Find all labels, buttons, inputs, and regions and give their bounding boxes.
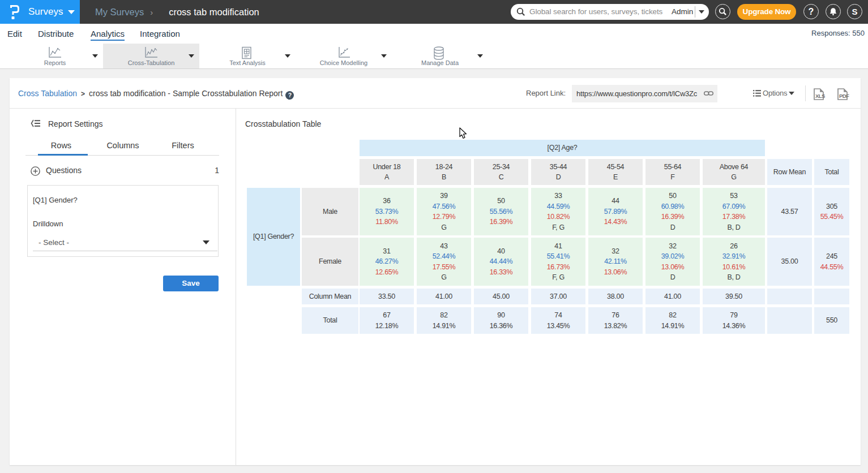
svg-text:XLS: XLS bbox=[815, 93, 825, 99]
svg-text:PDF: PDF bbox=[839, 93, 849, 99]
